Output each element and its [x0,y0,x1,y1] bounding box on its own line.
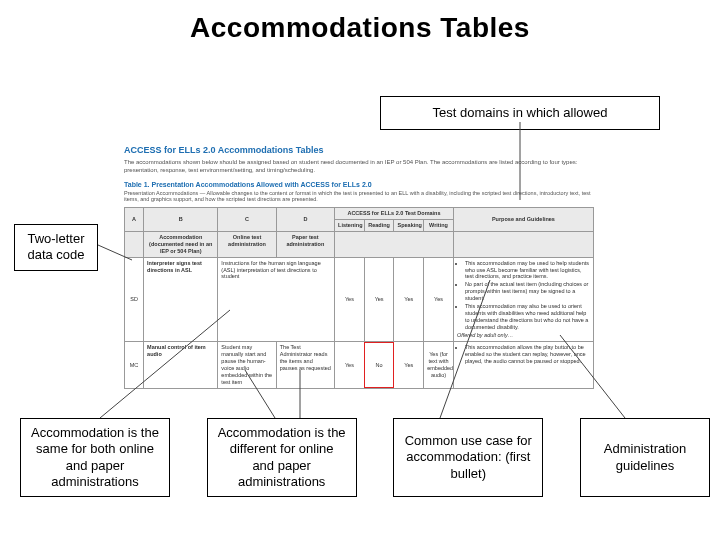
cell-writing: Yes (for text with embedded audio) [424,342,454,388]
callout-left: Two-letter data code [14,224,98,271]
cell-listening: Yes [335,342,365,388]
callout-bottom-1: Accommodation is the same for both onlin… [20,418,170,497]
subcol-paper: Paper test administration [276,232,334,258]
bottom-callout-row: Accommodation is the same for both onlin… [20,418,710,497]
col-reading: Reading [364,220,394,232]
callout-top: Test domains in which allowed [380,96,660,130]
col-purpose: Purpose and Guidelines [453,208,593,232]
doc-intro: The accommodations shown below should be… [124,159,594,175]
doc-table-desc: Presentation Accommodations — Allowable … [124,190,594,204]
table-row: SD Interpreter signs test directions in … [125,257,594,342]
cell-listening: Yes [335,257,365,342]
slide-title: Accommodations Tables [0,12,720,44]
cell-code: SD [125,257,144,342]
cell-online: Instructions for the human sign language… [218,257,335,342]
cell-online: Student may manually start and pause the… [218,342,276,388]
cell-reading-no: No [364,342,394,388]
col-domains: ACCESS for ELLs 2.0 Test Domains [335,208,454,220]
cell-acc: Manual control of item audio [144,342,218,388]
col-D: D [276,208,334,232]
col-C: C [218,208,276,232]
doc-table-title: Table 1. Presentation Accommodations All… [124,181,594,188]
table-subheader-row: Accommodation (documented need in an IEP… [125,232,594,258]
col-listening: Listening [335,220,365,232]
subcol-accommodation: Accommodation (documented need in an IEP… [144,232,218,258]
col-speaking: Speaking [394,220,424,232]
cell-speaking: Yes [394,257,424,342]
col-B: B [144,208,218,232]
cell-paper: The Test Administrator reads the items a… [276,342,334,388]
cell-speaking: Yes [394,342,424,388]
subcol-online: Online test administration [218,232,276,258]
cell-reading: Yes [364,257,394,342]
cell-writing: Yes [424,257,454,342]
accommodations-table: A B C D ACCESS for ELLs 2.0 Test Domains… [124,207,594,388]
callout-bottom-3: Common use case for accommodation: (firs… [393,418,543,497]
cell-purpose: This accommodation allows the play butto… [453,342,593,388]
table-header-row-1: A B C D ACCESS for ELLs 2.0 Test Domains… [125,208,594,220]
col-A: A [125,208,144,232]
col-writing: Writing [424,220,454,232]
cell-purpose: This accommodation may be used to help s… [453,257,593,342]
callout-bottom-2: Accommodation is the different for onlin… [207,418,357,497]
doc-heading: ACCESS for ELLs 2.0 Accommodations Table… [124,145,594,155]
embedded-document: ACCESS for ELLs 2.0 Accommodations Table… [124,145,594,389]
cell-acc: Interpreter signs test directions in ASL [144,257,218,342]
callout-bottom-4: Administration guidelines [580,418,710,497]
cell-code: MC [125,342,144,388]
table-row: MC Manual control of item audio Student … [125,342,594,388]
